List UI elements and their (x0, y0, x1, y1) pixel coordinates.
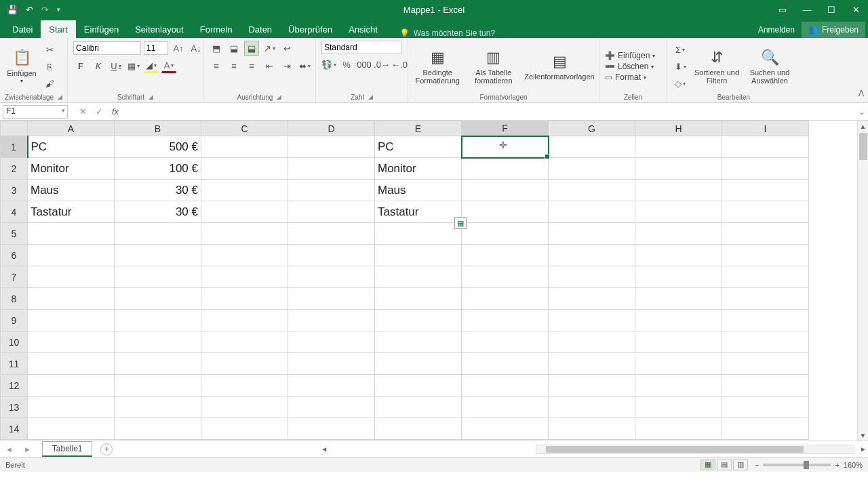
increase-decimal-icon[interactable]: .0→ (374, 57, 389, 72)
cell-C6[interactable] (201, 245, 288, 266)
cell-G2[interactable] (549, 158, 635, 180)
row-header-9[interactable]: 9 (1, 310, 28, 331)
autosum-icon[interactable]: Σ (673, 42, 688, 57)
cell-H7[interactable] (635, 266, 722, 288)
tab-formulas[interactable]: Formeln (192, 20, 241, 38)
col-header-H[interactable]: H (635, 121, 722, 136)
cell-G4[interactable] (549, 201, 635, 223)
cell-F8[interactable] (462, 288, 549, 310)
font-size-select[interactable] (144, 41, 168, 55)
scroll-down-icon[interactable]: ▼ (858, 430, 868, 441)
normal-view-icon[interactable]: ▦ (701, 460, 715, 470)
cell-I14[interactable] (722, 418, 809, 440)
cell-B8[interactable] (115, 288, 201, 310)
zoom-slider[interactable] (763, 464, 831, 466)
cell-F5[interactable] (462, 223, 549, 245)
cell-B9[interactable] (115, 310, 201, 331)
cell-B6[interactable] (115, 245, 201, 266)
bold-button[interactable]: F (73, 58, 88, 73)
col-header-G[interactable]: G (549, 121, 635, 136)
cell-C12[interactable] (201, 375, 288, 396)
worksheet-grid[interactable]: ABCDEFGHI1PC500 €PC2Monitor100 €Monitor3… (0, 121, 868, 441)
insert-cells-button[interactable]: ➕Einfügen▾ (605, 51, 655, 60)
cell-A13[interactable] (28, 396, 115, 418)
row-header-10[interactable]: 10 (1, 331, 28, 353)
scroll-up-icon[interactable]: ▲ (858, 121, 868, 131)
cell-D8[interactable] (288, 288, 375, 310)
copy-icon[interactable]: ⎘ (42, 59, 57, 74)
cell-D13[interactable] (288, 396, 375, 418)
percent-icon[interactable]: % (339, 57, 354, 72)
align-right-icon[interactable]: ≡ (244, 58, 259, 73)
cell-E9[interactable] (375, 310, 462, 331)
cell-B10[interactable] (115, 331, 201, 353)
col-header-E[interactable]: E (375, 121, 462, 136)
cell-D7[interactable] (288, 266, 375, 288)
cell-G12[interactable] (549, 375, 635, 396)
autofill-options-icon[interactable]: ▦ (454, 217, 467, 229)
cell-F6[interactable] (462, 245, 549, 266)
cell-G5[interactable] (549, 223, 635, 245)
fill-color-icon[interactable]: ◢ (144, 58, 159, 73)
expand-formula-icon[interactable]: ⌄ (856, 107, 868, 117)
accounting-icon[interactable]: 💱 (321, 57, 336, 72)
cell-I11[interactable] (722, 353, 809, 375)
zoom-level[interactable]: 160% (844, 461, 863, 469)
cell-D5[interactable] (288, 223, 375, 245)
format-table-button[interactable]: ▥Als Tabelle formatieren (470, 48, 518, 85)
col-header-I[interactable]: I (722, 121, 809, 136)
cell-A7[interactable] (28, 266, 115, 288)
cell-F3[interactable] (462, 180, 549, 201)
align-center-icon[interactable]: ≡ (226, 58, 241, 73)
hscroll-thumb[interactable] (546, 446, 804, 453)
tab-home[interactable]: Start (41, 20, 75, 38)
row-header-11[interactable]: 11 (1, 353, 28, 375)
cell-G1[interactable] (549, 136, 635, 158)
cell-D10[interactable] (288, 331, 375, 353)
col-header-B[interactable]: B (115, 121, 201, 136)
ribbon-options-icon[interactable]: ▭ (770, 0, 795, 19)
scroll-thumb[interactable] (859, 133, 867, 160)
cell-I12[interactable] (722, 375, 809, 396)
cell-I7[interactable] (722, 266, 809, 288)
cell-D1[interactable] (288, 136, 375, 158)
share-button[interactable]: 👥 Freigeben (802, 22, 865, 38)
cell-G9[interactable] (549, 310, 635, 331)
minimize-icon[interactable]: — (795, 0, 819, 19)
cell-F1[interactable] (462, 136, 549, 158)
wrap-text-icon[interactable]: ↩ (279, 41, 294, 56)
cell-I4[interactable] (722, 201, 809, 223)
cell-D3[interactable] (288, 180, 375, 201)
cell-C2[interactable] (201, 158, 288, 180)
cell-B4[interactable]: 30 € (115, 201, 201, 223)
cell-E13[interactable] (375, 396, 462, 418)
cell-F11[interactable] (462, 353, 549, 375)
cell-H10[interactable] (635, 331, 722, 353)
save-icon[interactable]: 💾 (7, 5, 18, 15)
cell-I1[interactable] (722, 136, 809, 158)
align-left-icon[interactable]: ≡ (209, 58, 224, 73)
cell-A1[interactable]: PC (28, 136, 115, 158)
grow-font-icon[interactable]: A↑ (171, 41, 186, 56)
col-header-F[interactable]: F (462, 121, 549, 136)
paste-button[interactable]: 📋 Einfügen ▾ (5, 49, 38, 85)
row-header-4[interactable]: 4 (1, 201, 28, 223)
cell-H11[interactable] (635, 353, 722, 375)
cell-H9[interactable] (635, 310, 722, 331)
cell-C4[interactable] (201, 201, 288, 223)
cell-G6[interactable] (549, 245, 635, 266)
zoom-out-icon[interactable]: − (755, 461, 759, 469)
cell-F9[interactable] (462, 310, 549, 331)
delete-cells-button[interactable]: ➖Löschen▾ (605, 62, 655, 71)
cell-E3[interactable]: Maus (375, 180, 462, 201)
cell-G3[interactable] (549, 180, 635, 201)
cond-format-button[interactable]: ▦Bedingte Formatierung (414, 48, 462, 85)
cell-F14[interactable] (462, 418, 549, 440)
page-layout-view-icon[interactable]: ▤ (717, 460, 732, 470)
row-header-5[interactable]: 5 (1, 223, 28, 245)
cell-H14[interactable] (635, 418, 722, 440)
shrink-font-icon[interactable]: A↓ (189, 41, 203, 56)
tab-view[interactable]: Ansicht (340, 20, 386, 38)
tell-me[interactable]: 💡 Was möchten Sie tun? (399, 28, 495, 38)
cell-G7[interactable] (549, 266, 635, 288)
